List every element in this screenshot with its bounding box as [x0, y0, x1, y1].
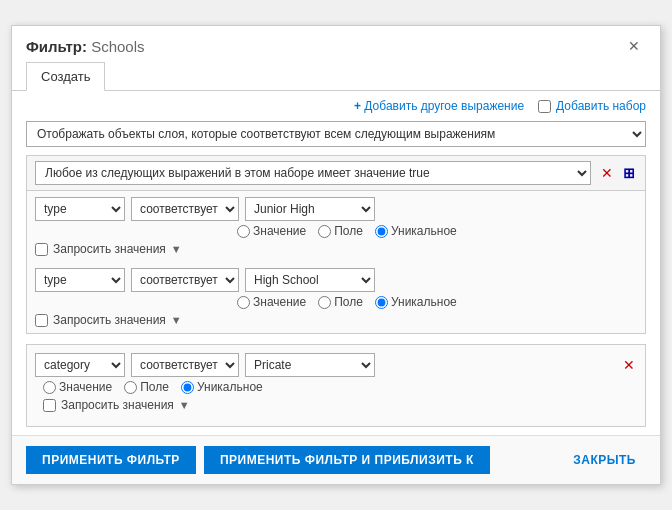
tab-bar: Создать	[12, 62, 660, 91]
add-set-label: Добавить набор	[556, 99, 646, 113]
row1-radio-unique[interactable]: Уникальное	[375, 224, 457, 238]
tab-create[interactable]: Создать	[26, 62, 105, 91]
radio-field-label3: Поле	[140, 380, 169, 394]
row3-radio-value-input[interactable]	[43, 381, 56, 394]
filter-dialog: Фильтр: Schools ✕ Создать + Добавить дру…	[11, 25, 661, 485]
row1-field-select[interactable]: type	[35, 197, 125, 221]
filter-row-1: type соответствует Junior High	[27, 191, 645, 221]
row1-filter-icon: ▼	[171, 243, 182, 255]
row3-radio-unique[interactable]: Уникальное	[181, 380, 263, 394]
filter-group-1: Любое из следующих выражений в этом набо…	[26, 155, 646, 334]
row3-radio-value[interactable]: Значение	[43, 380, 112, 394]
filter-body-inner: Любое из следующих выражений в этом набо…	[12, 155, 660, 435]
row2-operator-select[interactable]: соответствует	[131, 268, 239, 292]
dialog-title: Фильтр: Schools	[26, 38, 145, 55]
row1-operator-select[interactable]: соответствует	[131, 197, 239, 221]
row1-ask-checkbox[interactable]	[35, 243, 48, 256]
row2-ask-row: Запросить значения ▼	[27, 309, 645, 333]
plus-icon: +	[354, 99, 364, 113]
add-expression-link[interactable]: + Добавить другое выражение	[354, 99, 524, 113]
row2-radio-field-input[interactable]	[318, 296, 331, 309]
group1-add-button[interactable]: ⊞	[621, 165, 637, 181]
row1-radio-row: Значение Поле Уникальное	[27, 221, 645, 238]
filter-row-2: type соответствует High School	[27, 262, 645, 292]
row3-delete-button[interactable]: ✕	[621, 357, 637, 373]
apply-filter-button[interactable]: ПРИМЕНИТЬ ФИЛЬТР	[26, 446, 196, 474]
row2-ask-label: Запросить значения	[53, 313, 166, 327]
row3-filter-icon: ▼	[179, 399, 190, 411]
row2-radio-field[interactable]: Поле	[318, 295, 363, 309]
title-prefix: Фильтр:	[26, 38, 87, 55]
row2-ask-checkbox[interactable]	[35, 314, 48, 327]
row1-radio-field-input[interactable]	[318, 225, 331, 238]
row3-ask-label: Запросить значения	[61, 398, 174, 412]
row2-radio-value-input[interactable]	[237, 296, 250, 309]
row1-radio-unique-input[interactable]	[375, 225, 388, 238]
row2-radio-unique-input[interactable]	[375, 296, 388, 309]
radio-value-label3: Значение	[59, 380, 112, 394]
row3-radio-row: Значение Поле Уникальное	[35, 377, 637, 394]
radio-unique-label2: Уникальное	[391, 295, 457, 309]
filter-group-2: category соответствует Pricate ✕ Значени…	[26, 344, 646, 427]
row3-radio-field-input[interactable]	[124, 381, 137, 394]
group1-delete-button[interactable]: ✕	[599, 165, 615, 181]
radio-field-label2: Поле	[334, 295, 363, 309]
row1-ask-row: Запросить значения ▼	[27, 238, 645, 262]
filter-body: Любое из следующих выражений в этом набо…	[12, 155, 660, 435]
dialog-footer: ПРИМЕНИТЬ ФИЛЬТР ПРИМЕНИТЬ ФИЛЬТР И ПРИБ…	[12, 435, 660, 484]
group1-header: Любое из следующих выражений в этом набо…	[27, 156, 645, 191]
close-icon-button[interactable]: ✕	[622, 36, 646, 56]
row3-icons: ✕	[621, 357, 637, 373]
row1-ask-label: Запросить значения	[53, 242, 166, 256]
main-select-row: Отображать объекты слоя, которые соответ…	[12, 117, 660, 155]
radio-value-label2: Значение	[253, 295, 306, 309]
radio-value-label: Значение	[253, 224, 306, 238]
add-set-area[interactable]: Добавить набор	[538, 99, 646, 113]
group1-icons: ✕ ⊞	[599, 165, 637, 181]
row3-field-select[interactable]: category	[35, 353, 125, 377]
row3-ask-checkbox[interactable]	[43, 399, 56, 412]
row3-value-select[interactable]: Pricate	[245, 353, 375, 377]
row1-value-select[interactable]: Junior High	[245, 197, 375, 221]
radio-field-label: Поле	[334, 224, 363, 238]
title-name: Schools	[91, 38, 144, 55]
group1-logic-select[interactable]: Любое из следующих выражений в этом набо…	[35, 161, 591, 185]
tab-create-label: Создать	[41, 69, 90, 84]
standalone-row: category соответствует Pricate ✕	[35, 353, 637, 377]
row2-radio-value[interactable]: Значение	[237, 295, 306, 309]
radio-unique-label: Уникальное	[391, 224, 457, 238]
row2-field-select[interactable]: type	[35, 268, 125, 292]
close-button[interactable]: ЗАКРЫТЬ	[563, 446, 646, 474]
main-filter-select[interactable]: Отображать объекты слоя, которые соответ…	[26, 121, 646, 147]
dialog-toolbar: + Добавить другое выражение Добавить наб…	[12, 91, 660, 117]
row2-value-select[interactable]: High School	[245, 268, 375, 292]
row3-ask-row: Запросить значения ▼	[35, 394, 637, 418]
row3-operator-select[interactable]: соответствует	[131, 353, 239, 377]
add-set-checkbox[interactable]	[538, 100, 551, 113]
row2-radio-unique[interactable]: Уникальное	[375, 295, 457, 309]
row2-filter-icon: ▼	[171, 314, 182, 326]
row1-radio-value-input[interactable]	[237, 225, 250, 238]
row1-radio-value[interactable]: Значение	[237, 224, 306, 238]
row2-radio-row: Значение Поле Уникальное	[27, 292, 645, 309]
add-expr-label: Добавить другое выражение	[364, 99, 524, 113]
footer-left: ПРИМЕНИТЬ ФИЛЬТР ПРИМЕНИТЬ ФИЛЬТР И ПРИБ…	[26, 446, 490, 474]
row1-radio-field[interactable]: Поле	[318, 224, 363, 238]
row3-radio-unique-input[interactable]	[181, 381, 194, 394]
radio-unique-label3: Уникальное	[197, 380, 263, 394]
dialog-header: Фильтр: Schools ✕	[12, 26, 660, 62]
apply-filter-zoom-button[interactable]: ПРИМЕНИТЬ ФИЛЬТР И ПРИБЛИЗИТЬ К	[204, 446, 490, 474]
row3-radio-field[interactable]: Поле	[124, 380, 169, 394]
